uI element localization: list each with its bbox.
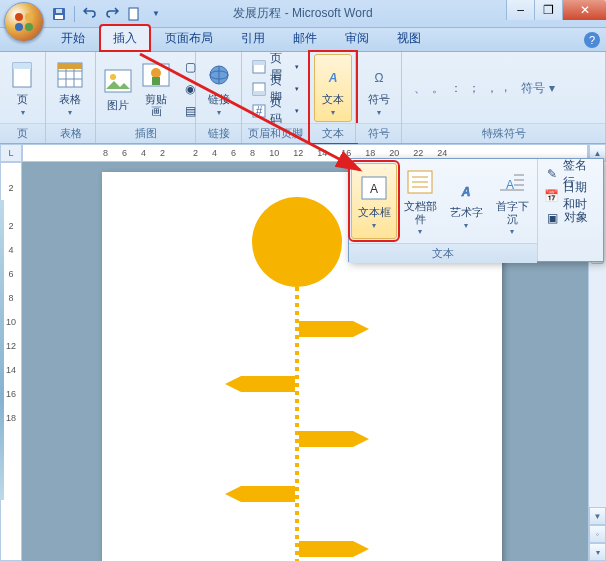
shape-arrow-left[interactable]: [225, 372, 295, 396]
office-button[interactable]: [4, 2, 44, 42]
ruler-tick: 10: [6, 317, 16, 327]
ruler-tick: 14: [6, 365, 16, 375]
textbox-icon: A: [358, 172, 390, 204]
svg-point-3: [25, 23, 33, 31]
group-text-label: 文本: [310, 123, 355, 143]
special-sym-6[interactable]: ,: [504, 80, 507, 94]
link-icon: [203, 59, 235, 91]
parts-button[interactable]: 文档部件 ▾: [397, 163, 443, 239]
wordart-label: 艺术字: [450, 206, 483, 218]
datetime-button[interactable]: 📅日期和时: [540, 185, 601, 206]
group-tables: 表格 ▾ 表格: [46, 52, 96, 143]
tab-insert[interactable]: 插入: [100, 25, 150, 51]
textbox-label: 文本框: [358, 206, 391, 218]
clipart-button[interactable]: 剪贴画: [138, 54, 174, 122]
window-controls: – ❐ ✕: [506, 0, 606, 20]
quick-access-toolbar: ▼: [50, 5, 165, 23]
next-page-button[interactable]: ▾: [589, 543, 606, 561]
popup-group-label: 文本: [349, 243, 537, 263]
tab-home[interactable]: 开始: [48, 25, 98, 51]
symbol-label: 符号: [368, 93, 390, 105]
table-button[interactable]: 表格 ▾: [50, 54, 90, 122]
textbox-button[interactable]: A 文本框 ▾: [351, 163, 397, 239]
ribbon-tabs: 开始 插入 页面布局 引用 邮件 审阅 视图 ?: [0, 28, 606, 52]
symbol-button[interactable]: Ω 符号 ▾: [360, 54, 397, 122]
ruler-tick: 8: [8, 293, 13, 303]
tab-mail[interactable]: 邮件: [280, 25, 330, 51]
chevron-down-icon: ▾: [418, 227, 422, 236]
shape-arrow-left[interactable]: [225, 482, 295, 506]
prev-page-button[interactable]: ◦: [589, 525, 606, 543]
chevron-down-icon: ▾: [377, 108, 381, 117]
text-group-popup: A 文本框 ▾ 文档部件 ▾ A 艺术字 ▾ A 首字下沉 ▾ 文本 ✎签名行: [348, 158, 604, 262]
chevron-down-icon: ▾: [21, 108, 25, 117]
svg-point-19: [151, 68, 161, 78]
wordart-button[interactable]: A 艺术字 ▾: [443, 163, 489, 239]
pagenum-button[interactable]: #页码▾: [248, 100, 303, 121]
group-tables-label: 表格: [46, 123, 95, 143]
svg-rect-27: [253, 91, 265, 95]
special-sym-2[interactable]: 。: [432, 80, 444, 97]
object-button[interactable]: ▣对象: [540, 207, 601, 228]
ruler-tick: 12: [293, 148, 303, 158]
svg-point-17: [110, 74, 116, 80]
ruler-tick: 16: [341, 148, 351, 158]
dropcap-button[interactable]: A 首字下沉 ▾: [489, 163, 535, 239]
ruler-tick: 20: [389, 148, 399, 158]
special-sym-5[interactable]: ，: [486, 80, 498, 97]
ruler-corner[interactable]: L: [0, 144, 22, 162]
ruler-tick: 6: [122, 148, 127, 158]
scroll-down-button[interactable]: ▼: [589, 507, 606, 525]
special-sym-4[interactable]: ；: [468, 80, 480, 97]
tab-references[interactable]: 引用: [228, 25, 278, 51]
minimize-button[interactable]: –: [506, 0, 534, 20]
header-icon: [252, 59, 266, 75]
tab-layout[interactable]: 页面布局: [152, 25, 226, 51]
tab-view[interactable]: 视图: [384, 25, 434, 51]
group-pages-label: 页: [0, 123, 45, 143]
picture-button[interactable]: 图片: [100, 54, 136, 122]
svg-point-1: [25, 13, 33, 21]
ruler-tick: 10: [269, 148, 279, 158]
qat-new[interactable]: [125, 5, 143, 23]
shape-arrow-right[interactable]: [299, 427, 369, 451]
svg-rect-7: [129, 8, 138, 20]
pages-button[interactable]: 页 ▾: [4, 54, 41, 122]
qat-undo[interactable]: [81, 5, 99, 23]
text-button[interactable]: A 文本 ▾: [314, 54, 352, 122]
svg-rect-25: [253, 61, 265, 65]
dropcap-label: 首字下沉: [491, 200, 533, 224]
close-button[interactable]: ✕: [562, 0, 606, 20]
group-special-label: 特殊符号: [402, 123, 605, 143]
qat-redo[interactable]: [103, 5, 121, 23]
svg-rect-6: [56, 9, 62, 13]
qat-save[interactable]: [50, 5, 68, 23]
maximize-button[interactable]: ❐: [534, 0, 562, 20]
shape-arrow-right[interactable]: [299, 317, 369, 341]
link-label: 链接: [208, 93, 230, 105]
ruler-tick: 4: [8, 245, 13, 255]
chevron-down-icon: ▾: [68, 108, 72, 117]
link-button[interactable]: 链接 ▾: [200, 54, 237, 122]
wordart-icon: A: [450, 172, 482, 204]
ruler-tick: 4: [212, 148, 217, 158]
group-illus-label: 插图: [96, 123, 195, 143]
group-links: 链接 ▾ 链接: [196, 52, 242, 143]
object-icon: ▣: [544, 210, 560, 226]
ruler-tick: 2: [160, 148, 165, 158]
help-icon[interactable]: ?: [584, 32, 600, 48]
ribbon-symbol-btn[interactable]: 符号 ▾: [521, 80, 554, 97]
ruler-tick: 18: [365, 148, 375, 158]
title-bar: ▼ 发展历程 - Microsoft Word – ❐ ✕: [0, 0, 606, 28]
svg-rect-9: [13, 63, 31, 69]
shape-arrow-right[interactable]: [299, 537, 369, 561]
chevron-down-icon: ▾: [372, 221, 376, 230]
page-icon: [7, 59, 39, 91]
tab-review[interactable]: 审阅: [332, 25, 382, 51]
ruler-tick: 16: [6, 389, 16, 399]
shape-circle[interactable]: [252, 197, 342, 287]
qat-dropdown[interactable]: ▼: [147, 5, 165, 23]
redo-icon: [105, 7, 119, 21]
special-sym-1[interactable]: 、: [414, 80, 426, 97]
special-sym-3[interactable]: ：: [450, 80, 462, 97]
